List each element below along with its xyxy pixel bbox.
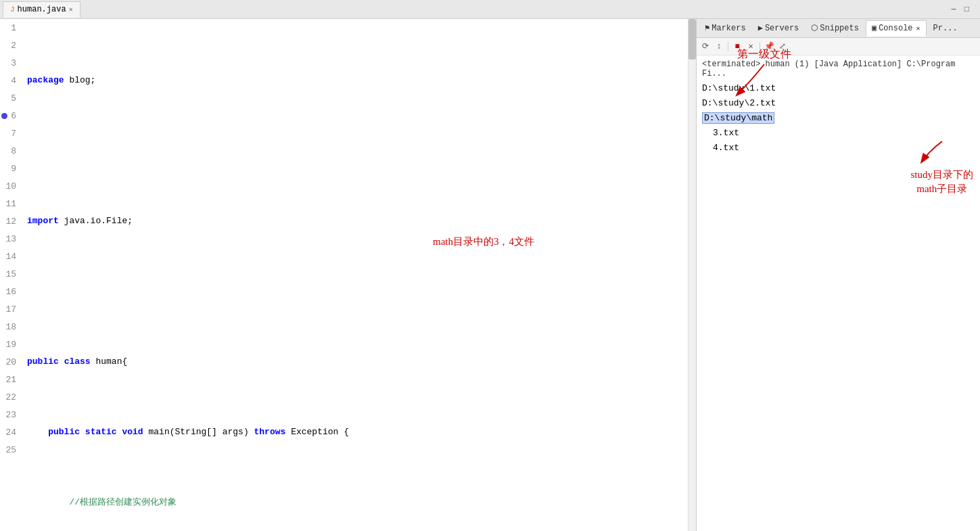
tab-markers[interactable]: ⚑ Markers — [699, 20, 751, 37]
stop-button[interactable]: ■ — [731, 41, 743, 53]
expand-button[interactable]: ⤢ — [776, 41, 789, 53]
markers-icon: ⚑ — [705, 23, 709, 33]
line-num-9: 9 — [0, 160, 20, 177]
console-line-1: D:\study\1.txt — [702, 81, 975, 96]
editor-tab[interactable]: J human.java ✕ — [3, 1, 80, 18]
line-num-25: 25 — [0, 441, 20, 459]
console-close[interactable]: ✕ — [916, 24, 920, 32]
snippets-icon: ⬡ — [811, 23, 818, 33]
tab-pr[interactable]: Pr... — [928, 20, 963, 37]
console-terminated-header: <terminated> human (1) [Java Application… — [702, 60, 975, 78]
code-line-5: public class human{ — [27, 353, 688, 371]
tab-label: human.java — [18, 5, 66, 14]
kw-public-5: public — [27, 353, 59, 371]
console-toolbar: ⟳ ↕ ■ ✕ 📌 ⤢ — [697, 38, 980, 55]
kw-package: package — [27, 72, 64, 89]
line-num-3: 3 — [0, 54, 20, 72]
right-tab-bar: ⚑ Markers ▶ Servers ⬡ Snippets ▣ Console… — [697, 19, 980, 38]
console-label: Console — [879, 24, 912, 33]
line-num-1: 1 — [0, 19, 20, 37]
line-num-14: 14 — [0, 248, 20, 265]
servers-label: Servers — [765, 24, 799, 33]
line-num-18: 18 — [0, 318, 20, 336]
line-num-6: 6 — [0, 107, 20, 124]
line-num-19: 19 — [0, 336, 20, 353]
line-num-22: 22 — [0, 388, 20, 406]
kw-throws: throws — [254, 423, 286, 441]
markers-label: Markers — [711, 24, 745, 33]
scroll-lock-button[interactable]: ↕ — [713, 41, 725, 53]
line-num-7: 7 — [0, 124, 20, 142]
code-line-3: import java.io.File; — [27, 212, 688, 230]
toolbar-sep-1 — [728, 42, 728, 51]
code-line-2 — [27, 142, 688, 160]
servers-icon: ▶ — [758, 23, 763, 33]
line-num-24: 24 — [0, 423, 20, 441]
window-controls: — □ — [949, 5, 977, 14]
scrollbar-thumb[interactable] — [689, 19, 696, 60]
console-line-3: D:\study\math — [702, 111, 975, 126]
tab-servers[interactable]: ▶ Servers — [753, 20, 805, 37]
pr-label: Pr... — [933, 24, 958, 33]
comment-7: //根据路径创建实例化对象 — [69, 494, 177, 511]
console-line-5: 4.txt — [702, 141, 975, 156]
pin-button[interactable]: 📌 — [763, 41, 775, 53]
editor-scrollbar[interactable] — [688, 19, 696, 531]
console-output[interactable]: <terminated> human (1) [Java Application… — [697, 55, 980, 531]
line-num-2: 2 — [0, 37, 20, 54]
line-num-17: 17 — [0, 300, 20, 318]
console-line-4: 3.txt — [702, 126, 975, 141]
breakpoint-indicator — [1, 113, 7, 119]
line-num-20: 20 — [0, 353, 20, 371]
console-icon: ▣ — [872, 23, 877, 33]
line-num-11: 11 — [0, 195, 20, 212]
code-line-1: package blog; — [27, 72, 688, 89]
code-line-6: public static void main(String[] args) t… — [27, 423, 688, 441]
remove-button[interactable]: ✕ — [745, 41, 757, 53]
line-num-5: 5 — [0, 89, 20, 107]
line-num-13: 13 — [0, 230, 20, 248]
snippets-label: Snippets — [820, 24, 859, 33]
line-numbers: 1 2 3 4 5 6 7 8 9 10 11 12 13 14 15 16 1… — [0, 19, 20, 531]
console-highlight-math: D:\study\math — [702, 112, 774, 124]
main-area: 1 2 3 4 5 6 7 8 9 10 11 12 13 14 15 16 1… — [0, 19, 980, 531]
kw-class: class — [64, 353, 91, 371]
line-num-12: 12 — [0, 212, 20, 230]
line-num-23: 23 — [0, 406, 20, 423]
right-panel: ⚑ Markers ▶ Servers ⬡ Snippets ▣ Console… — [696, 19, 980, 531]
tab-snippets[interactable]: ⬡ Snippets — [806, 20, 864, 37]
line-num-4: 4 — [0, 72, 20, 89]
tab-console[interactable]: ▣ Console ✕ — [866, 20, 927, 37]
line-num-21: 21 — [0, 371, 20, 388]
toolbar-sep-2 — [760, 42, 760, 51]
line-num-8: 8 — [0, 142, 20, 160]
kw-void: void — [122, 423, 143, 441]
code-content[interactable]: package blog; import java.io.File; publi… — [20, 19, 688, 531]
tab-bar: J human.java ✕ — □ — [0, 0, 980, 19]
code-line-4 — [27, 283, 688, 300]
line-num-10: 10 — [0, 177, 20, 195]
kw-public-6: public — [48, 423, 80, 441]
kw-import: import — [27, 212, 59, 230]
minimize-button[interactable]: — — [949, 5, 959, 14]
kw-static: static — [85, 423, 117, 441]
code-editor[interactable]: 1 2 3 4 5 6 7 8 9 10 11 12 13 14 15 16 1… — [0, 19, 696, 531]
maximize-button[interactable]: □ — [962, 5, 972, 14]
code-line-7: //根据路径创建实例化对象 — [27, 494, 688, 511]
console-line-2: D:\study\2.txt — [702, 96, 975, 111]
line-num-16: 16 — [0, 283, 20, 300]
tab-close-button[interactable]: ✕ — [69, 5, 73, 14]
line-num-15: 15 — [0, 265, 20, 283]
clear-console-button[interactable]: ⟳ — [699, 41, 711, 53]
java-file-icon: J — [10, 5, 15, 14]
